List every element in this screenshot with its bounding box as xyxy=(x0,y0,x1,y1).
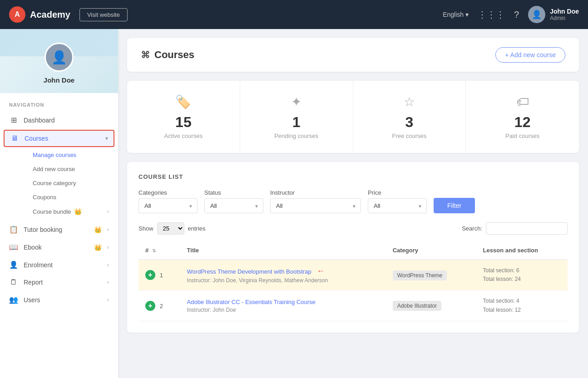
col-num: # ⇅ xyxy=(138,241,180,260)
search-label: Search: xyxy=(462,225,482,232)
course-instructor: Instructor: John Doe xyxy=(187,307,379,313)
courses-submenu: Manage courses ← Add new course Course c… xyxy=(0,148,118,219)
submenu-course-bundle[interactable]: Course bundle 👑 › xyxy=(24,204,118,219)
row-title-cell: WordPress Theme Development with Bootstr… xyxy=(180,260,386,290)
profile-avatar: 👤 xyxy=(44,43,74,72)
price-label: Price xyxy=(368,189,427,196)
enrolment-icon: 👤 xyxy=(9,260,18,269)
courses-page-icon: ⌘ xyxy=(141,49,150,60)
top-navigation: A Academy Visit website English ▾ ⋮⋮⋮ ? … xyxy=(0,0,588,29)
status-filter: Status All xyxy=(204,189,263,213)
submenu-add-new-course[interactable]: Add new course xyxy=(24,162,118,176)
price-select-wrap: All xyxy=(368,198,427,213)
course-table: # ⇅ Title Category Lesson and section + … xyxy=(138,241,568,321)
course-title-link[interactable]: Adobe Illustrator CC - Essentials Traini… xyxy=(187,299,316,305)
chevron-right-icon-enrolment: › xyxy=(107,262,109,268)
status-select-wrap: All xyxy=(204,198,263,213)
apps-icon[interactable]: ⋮⋮⋮ xyxy=(478,9,505,20)
sidebar-item-tutor-booking[interactable]: 📋 Tutor booking 👑 › xyxy=(0,221,118,238)
status-select[interactable]: All xyxy=(204,198,263,213)
add-new-course-label: Add new course xyxy=(33,166,75,172)
manage-courses-label: Manage courses xyxy=(33,152,76,158)
show-entries: Show 25 50 100 entries xyxy=(138,222,206,235)
visit-website-button[interactable]: Visit website xyxy=(79,8,128,21)
stat-free-courses: ☆ 3 Free courses xyxy=(353,81,466,153)
table-row: + 1 WordPress Theme Development with Boo… xyxy=(138,260,568,290)
free-courses-count: 3 xyxy=(362,114,457,131)
app-name: Academy xyxy=(30,10,70,20)
chevron-right-icon-report: › xyxy=(107,279,109,285)
tutor-icon: 📋 xyxy=(9,225,18,234)
users-icon: 👥 xyxy=(9,295,18,304)
chevron-right-icon-users: › xyxy=(107,297,109,303)
course-title-link[interactable]: WordPress Theme Development with Bootstr… xyxy=(187,268,311,275)
instructor-select-wrap: All xyxy=(270,198,361,213)
entries-select[interactable]: 25 50 100 xyxy=(157,222,184,235)
top-nav-right: English ▾ ⋮⋮⋮ ? 👤 John Doe Admin xyxy=(443,6,579,23)
sidebar-item-enrolment[interactable]: 👤 Enrolment › xyxy=(0,256,118,274)
page-title: ⌘ Courses xyxy=(141,49,194,61)
table-row: + 2 Adobe Illustrator CC - Essentials Tr… xyxy=(138,290,568,321)
total-section: Total section: 4 xyxy=(483,297,561,305)
entries-label: entries xyxy=(188,225,206,232)
profile-name: John Doe xyxy=(9,76,109,84)
sidebar-item-report[interactable]: 🗒 Report › xyxy=(0,274,118,291)
add-row-icon[interactable]: + xyxy=(145,301,155,311)
sidebar-label-tutor-booking: Tutor booking xyxy=(24,226,89,233)
show-label: Show xyxy=(138,225,153,232)
submenu-course-category[interactable]: Course category xyxy=(24,176,118,190)
sidebar-item-ebook[interactable]: 📖 Ebook 👑 › xyxy=(0,238,118,256)
col-category: Category xyxy=(386,241,476,260)
instructor-select[interactable]: All xyxy=(270,198,361,213)
sidebar-label-ebook: Ebook xyxy=(24,244,89,251)
language-selector[interactable]: English ▾ xyxy=(443,11,469,18)
course-category-label: Course category xyxy=(33,180,76,187)
sidebar-item-dashboard[interactable]: ⊞ Dashboard xyxy=(0,111,118,129)
user-menu[interactable]: 👤 John Doe Admin xyxy=(528,6,579,23)
search-wrap: Search: xyxy=(462,222,568,235)
sidebar-item-users[interactable]: 👥 Users › xyxy=(0,291,118,309)
course-list-section: COURSE LIST Categories All Status All xyxy=(127,162,579,333)
courses-icon: 🖥 xyxy=(10,134,19,142)
course-instructor: Instructor: John Doe, Virginia Reynolds,… xyxy=(187,277,379,284)
status-label: Status xyxy=(204,189,263,196)
help-icon[interactable]: ? xyxy=(514,10,519,20)
instructor-label: Instructor xyxy=(270,189,361,196)
search-input[interactable] xyxy=(486,222,568,235)
main-content: ⌘ Courses + Add new course 🏷️ 15 Active … xyxy=(118,29,588,342)
add-new-course-button[interactable]: + Add new course xyxy=(495,47,565,63)
pending-courses-count: 1 xyxy=(249,114,344,131)
categories-select[interactable]: All xyxy=(138,198,198,213)
col-title: Title xyxy=(180,241,386,260)
course-bundle-label: Course bundle xyxy=(33,208,71,215)
red-arrow-indicator: ← xyxy=(316,266,325,275)
sidebar-item-courses[interactable]: 🖥 Courses ▾ xyxy=(4,130,114,147)
row-category-cell: WordPress Theme xyxy=(386,260,476,290)
lesson-info: Total section: 4 Total lesson: 12 xyxy=(483,297,561,314)
row-num: + 1 xyxy=(138,260,180,290)
instructor-filter: Instructor All xyxy=(270,189,361,213)
category-badge: Adobe Illustrator xyxy=(393,301,441,311)
filter-button[interactable]: Filter xyxy=(434,198,475,213)
page-layout: 👤 John Doe NAVIGATION ⊞ Dashboard 🖥 Cour… xyxy=(0,29,588,342)
chevron-right-icon: › xyxy=(107,208,109,215)
submenu-manage-courses[interactable]: Manage courses ← xyxy=(24,148,118,162)
row-title-cell: Adobe Illustrator CC - Essentials Traini… xyxy=(180,290,386,321)
chevron-right-icon-ebook: › xyxy=(107,244,109,250)
sidebar-label-dashboard: Dashboard xyxy=(24,117,109,124)
user-role: Admin xyxy=(550,15,579,21)
user-name: John Doe xyxy=(550,8,579,15)
table-body: + 1 WordPress Theme Development with Boo… xyxy=(138,260,568,321)
ebook-icon: 📖 xyxy=(9,243,18,251)
crown-icon-tutor: 👑 xyxy=(94,226,102,233)
price-select[interactable]: All xyxy=(368,198,427,213)
sidebar-label-enrolment: Enrolment xyxy=(24,261,102,269)
price-tag-icon: 🏷 xyxy=(475,94,570,109)
nav-section-label: NAVIGATION xyxy=(0,93,118,111)
add-row-icon[interactable]: + xyxy=(145,270,155,280)
page-header: ⌘ Courses + Add new course xyxy=(127,38,579,72)
submenu-coupons[interactable]: Coupons xyxy=(24,190,118,204)
categories-label: Categories xyxy=(138,189,198,196)
grid-icon: ⊞ xyxy=(9,116,18,124)
row-lesson-cell: Total section: 6 Total lesson: 24 xyxy=(476,260,568,290)
